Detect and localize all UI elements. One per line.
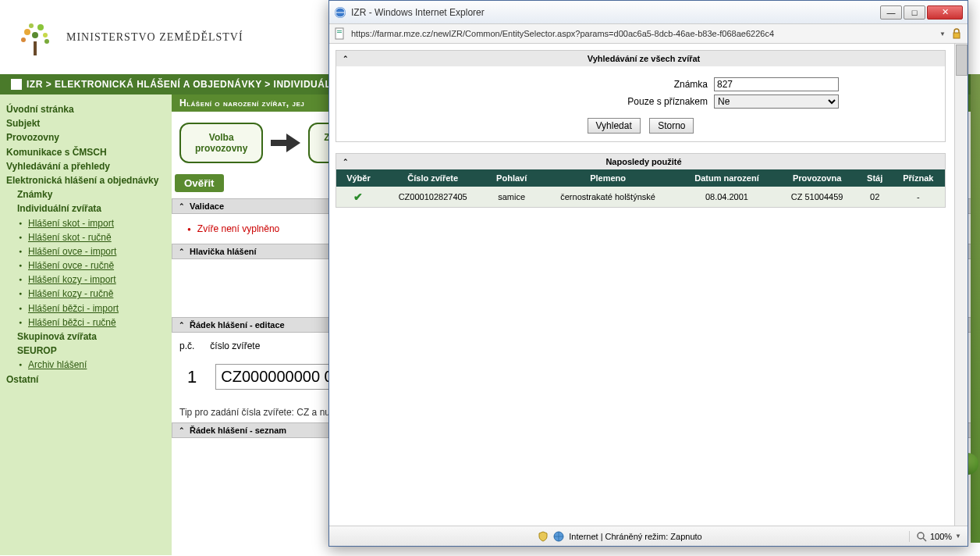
chevron-up-icon: ⌃	[343, 158, 349, 166]
svg-rect-9	[336, 28, 343, 39]
chevron-up-icon: ⌃	[179, 248, 185, 255]
svg-point-14	[918, 533, 924, 539]
col-pohlavi: Pohlaví	[485, 169, 538, 187]
nav-item-6[interactable]: Hlášení běžci - import	[6, 301, 165, 315]
znamka-input[interactable]	[714, 77, 839, 91]
nav-item-1[interactable]: Hlášení skot - ručně	[6, 230, 165, 244]
nav-uvodni[interactable]: Úvodní stránka	[6, 102, 165, 116]
url-text: https://farmar.mze.cz/newIZR/Common/Enti…	[351, 29, 935, 38]
priznak-select[interactable]: Ne	[714, 94, 839, 109]
page-icon	[334, 27, 346, 40]
vyhledat-button[interactable]: Vyhledat	[588, 118, 641, 134]
nav-skupinova[interactable]: Skupinová zvířata	[6, 330, 165, 344]
status-zone-text: Internet | Chráněný režim: Zapnuto	[569, 532, 701, 541]
row-number: 1	[179, 367, 204, 387]
svg-point-3	[32, 32, 38, 38]
col-plemeno: Plemeno	[538, 169, 678, 187]
ministry-name: MINISTERSTVO ZEMĚDĚLSTVÍ	[66, 31, 243, 44]
cislo-label: číslo zvířete	[210, 340, 260, 351]
priznak-label: Pouze s příznakem	[442, 96, 708, 107]
cell-provozovna: CZ 51004459	[776, 187, 858, 207]
dropdown-icon[interactable]: ▼	[955, 533, 961, 540]
close-button[interactable]: ✕	[927, 5, 963, 20]
cell-pohlavi: samice	[485, 187, 538, 207]
search-panel-header[interactable]: ⌃ Vyhledávání ze všech zvířat	[336, 51, 945, 66]
breadcrumb-icon	[11, 79, 22, 90]
col-provozovna: Provozovna	[776, 169, 858, 187]
nav-item-3[interactable]: Hlášení ovce - ručně	[6, 258, 165, 273]
cell-priznak: -	[892, 187, 945, 207]
svg-rect-11	[337, 32, 342, 33]
lock-icon	[950, 27, 963, 40]
nav-provozovny[interactable]: Provozovny	[6, 130, 165, 144]
cell-cislo: CZ000102827405	[381, 187, 485, 207]
chevron-up-icon: ⌃	[343, 55, 349, 62]
nav-znamky[interactable]: Známky	[6, 187, 165, 201]
nav-ostatni[interactable]: Ostatní	[6, 372, 165, 387]
nav-item-4[interactable]: Hlášení kozy - import	[6, 273, 165, 287]
shield-icon	[538, 531, 549, 542]
check-icon[interactable]: ✔	[353, 191, 363, 203]
status-bar: Internet | Chráněný režim: Zapnuto 100% …	[329, 526, 968, 546]
magnifier-icon	[916, 531, 927, 542]
nav-individualni[interactable]: Individuální zvířata	[6, 201, 165, 216]
minimize-button[interactable]: —	[880, 5, 902, 20]
svg-point-5	[21, 37, 26, 42]
dropdown-icon[interactable]: ▼	[939, 30, 946, 37]
nav-item-5[interactable]: Hlášení kozy - ručně	[6, 287, 165, 301]
breadcrumb-text: IZR > ELEKTRONICKÁ HLÁŠENÍ A OBJEDNÁVKY …	[27, 79, 338, 90]
pc-label: p.č.	[179, 340, 194, 351]
arrow-icon	[271, 134, 300, 152]
chevron-up-icon: ⌃	[179, 426, 185, 434]
popup-body: ⌃ Vyhledávání ze všech zvířat Známka Pou…	[329, 44, 968, 526]
ministry-logo-icon	[16, 18, 55, 57]
znamka-label: Známka	[442, 79, 708, 90]
chevron-up-icon: ⌃	[179, 321, 185, 329]
sidebar: Úvodní stránka Subjekt Provozovny Komuni…	[0, 94, 172, 555]
nav-komunikace[interactable]: Komunikace s ČMSCH	[6, 145, 165, 159]
nav-vyhledavani[interactable]: Vyhledávání a přehledy	[6, 159, 165, 173]
search-panel: ⌃ Vyhledávání ze všech zvířat Známka Pou…	[336, 50, 946, 142]
maximize-button[interactable]: □	[904, 5, 925, 20]
col-staj: Stáj	[858, 169, 892, 187]
cell-staj: 02	[858, 187, 892, 207]
nav-item-2[interactable]: Hlášení ovce - import	[6, 244, 165, 258]
svg-line-15	[923, 538, 926, 541]
nav-item-0[interactable]: Hlášení skot - import	[6, 216, 165, 230]
step-volba-provozovny[interactable]: Volba provozovny	[179, 123, 263, 163]
cell-datum: 08.04.2001	[677, 187, 776, 207]
scroll-thumb[interactable]	[956, 45, 968, 76]
popup-window: IZR - Windows Internet Explorer — □ ✕ ht…	[328, 0, 968, 547]
svg-point-7	[44, 39, 49, 44]
address-bar[interactable]: https://farmar.mze.cz/newIZR/Common/Enti…	[329, 24, 968, 44]
scrollbar[interactable]	[954, 44, 968, 526]
col-datum: Datum narození	[677, 169, 776, 187]
chevron-up-icon: ⌃	[179, 202, 185, 210]
overit-button[interactable]: Ověřit	[175, 174, 224, 192]
nav-archiv[interactable]: Archiv hlášení	[6, 358, 165, 372]
svg-point-2	[37, 24, 44, 30]
nav-item-7[interactable]: Hlášení běžci - ručně	[6, 315, 165, 330]
table-row[interactable]: ✔ CZ000102827405 samice černostrakaté ho…	[336, 187, 945, 207]
col-priznak: Příznak	[892, 169, 945, 187]
window-titlebar[interactable]: IZR - Windows Internet Explorer — □ ✕	[329, 1, 968, 24]
ie-icon	[334, 6, 346, 19]
col-cislo: Číslo zvířete	[381, 169, 485, 187]
svg-rect-12	[953, 33, 960, 38]
svg-rect-0	[34, 41, 37, 55]
recent-table: Výběr Číslo zvířete Pohlaví Plemeno Datu…	[336, 169, 945, 207]
recent-panel: ⌃ Naposledy použité Výběr Číslo zvířete …	[336, 153, 946, 208]
nav-seurop[interactable]: SEUROP	[6, 344, 165, 358]
svg-point-6	[29, 23, 34, 28]
cell-plemeno: černostrakaté holštýnské	[538, 187, 678, 207]
nav-elektronicka[interactable]: Elektronická hlášení a objednávky	[6, 173, 165, 187]
recent-panel-header[interactable]: ⌃ Naposledy použité	[336, 154, 945, 169]
zoom-control[interactable]: 100% ▼	[909, 531, 961, 542]
svg-point-4	[43, 33, 48, 37]
zoom-value: 100%	[930, 532, 952, 541]
nav-subjekt[interactable]: Subjekt	[6, 116, 165, 130]
window-title: IZR - Windows Internet Explorer	[351, 7, 880, 18]
storno-button[interactable]: Storno	[649, 118, 694, 134]
globe-icon	[553, 531, 564, 542]
col-vyber: Výběr	[336, 169, 381, 187]
